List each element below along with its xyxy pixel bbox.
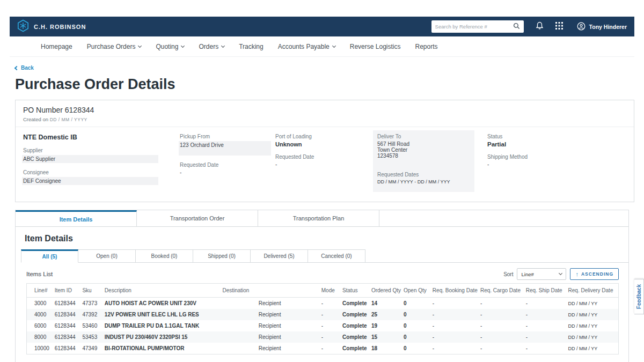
table-row[interactable]: 10000 6128344 47349 BI-ROTATIONAL PUMP/M… [27,343,618,354]
col-destination: Destination [220,284,319,298]
menu-accounts-payable[interactable]: Accounts Payable [278,43,335,50]
col-mode: Mode [319,284,340,298]
tab-transportation-order[interactable]: Transportation Order [137,210,258,226]
menu-label: Reports [415,43,438,50]
port-of-loading-value: Unknown [275,141,377,147]
menu-label: Quoting [156,43,178,50]
reference-search[interactable] [431,20,524,33]
table-row[interactable]: 3000 6128344 47373 AUTO HOIST AC POWER U… [27,298,618,309]
deliver-to-line2: Town Center [377,147,470,153]
app-frame: C.H. ROBINSON [10,17,634,362]
pol-requested-date-value: - [275,161,377,167]
pickup-from-value: 123 Orchard Drive [179,141,271,156]
col-req-cargo-date: Req. Cargo Date [478,284,524,298]
tab-item-details[interactable]: Item Details [16,210,137,226]
chevron-down-icon [332,43,336,47]
menu-label: Accounts Payable [278,43,330,50]
col-req-booking-date: Req. Booking Date [430,284,478,298]
user-avatar-icon [577,22,586,32]
shipping-method-value: - [487,161,626,167]
feedback-tab[interactable]: Feedback [634,279,644,314]
table-row[interactable]: 8000 6128344 53453 INDUST PU 230/460V 23… [27,331,618,343]
menu-label: Purchase Orders [87,43,136,50]
requested-dates-value: DD / MM / YYYY - DD / MM / YYY [377,179,470,184]
brand-logo[interactable]: C.H. ROBINSON [17,19,86,34]
chr-hexagon-logo-icon [17,19,29,34]
status-label: Status [487,134,626,139]
supplier-label: Supplier [23,147,180,153]
chevron-down-icon [221,43,225,47]
section-title: Item Details [25,234,628,243]
sort-select[interactable]: Line# [517,268,566,280]
sort-label: Sort [503,271,513,277]
main-menu: Homepage Purchase Orders Quoting Orders … [10,36,634,57]
created-date: DD / MM / YYYY [50,117,87,122]
menu-reverse-logistics[interactable]: Reverse Logistics [350,43,401,50]
subtab-delivered[interactable]: Delivered (5) [251,249,308,263]
requested-dates-label: Requested Dates [377,172,470,178]
main-tabs: Item Details Transportation Order Transp… [16,210,628,227]
deliver-to-label: Deliver To [377,134,470,139]
top-navbar: C.H. ROBINSON [10,17,634,36]
menu-orders[interactable]: Orders [199,43,224,50]
table-header-row: Line# Item ID Sku Description Destinatio… [27,284,618,298]
col-ordered-qty: Ordered Qty [369,284,401,298]
menu-label: Homepage [41,43,72,50]
port-of-loading-label: Port of Loading [275,134,377,139]
subtab-shipped[interactable]: Shipped (0) [193,249,251,263]
items-list-title: Items List [26,271,53,277]
user-menu[interactable]: Tony Hinderer [577,22,627,32]
sort-direction-button[interactable]: ↑ ASCENDING [570,268,619,280]
pickup-requested-date-value: - [180,169,275,175]
search-icon[interactable] [513,22,520,32]
deliver-to-line3: 1234578 [377,153,470,159]
menu-homepage[interactable]: Homepage [41,43,72,50]
po-summary-card: PO Number 6128344 Created on DD / MM / Y… [15,100,634,202]
menu-reports[interactable]: Reports [415,43,438,50]
back-link[interactable]: Back [15,65,634,71]
sort-direction-label: ASCENDING [581,271,613,277]
status-subtabs: All (5) Open (0) Booked (0) Shipped (0) … [21,249,628,263]
menu-label: Orders [199,43,218,50]
chevron-left-icon [14,65,19,70]
col-status: Status [340,284,369,298]
back-label: Back [21,65,34,71]
supplier-value: ABC Supplier [22,155,158,163]
notifications-bell-icon[interactable] [536,21,544,32]
items-table: Line# Item ID Sku Description Destinatio… [26,283,619,354]
status-value: Partial [487,141,626,147]
pickup-requested-date-label: Requested Date [180,162,275,168]
table-row[interactable]: 6000 6128344 53460 DUMP TRAILER PU DA 1.… [27,320,618,331]
menu-label: Tracking [239,43,264,50]
chevron-down-icon [181,43,185,47]
menu-purchase-orders[interactable]: Purchase Orders [87,43,142,50]
brand-name: C.H. ROBINSON [34,24,86,30]
col-req-ship-date: Req. Ship Date [524,284,566,298]
subtab-open[interactable]: Open (0) [78,249,136,263]
col-line: Line# [27,284,53,298]
subtab-booked[interactable]: Booked (0) [136,249,193,263]
chevron-down-icon [138,43,142,47]
details-tabs-card: Item Details Transportation Order Transp… [15,210,629,362]
menu-tracking[interactable]: Tracking [239,43,264,50]
subtab-all[interactable]: All (5) [21,249,78,263]
search-input[interactable] [435,24,513,29]
chevron-down-icon [559,271,562,275]
apps-grid-icon[interactable] [555,22,563,32]
table-row[interactable]: 4000 6128344 47392 12V POWER UNIT ELEC L… [27,309,618,320]
col-item-id: Item ID [53,284,80,298]
menu-quoting[interactable]: Quoting [156,43,184,50]
consignee-value: DEF Consignee [22,177,158,185]
order-type: NTE Domestic IB [23,134,180,141]
deliver-to-line1: 567 Hill Road [377,141,470,147]
col-sku: Sku [80,284,102,298]
created-on: Created on DD / MM / YYYY [23,116,626,122]
col-req-delivery-date: Req. Delivery Date [566,284,618,298]
consignee-label: Consignee [23,169,180,175]
pol-requested-date-label: Requested Date [275,154,377,160]
arrow-up-icon: ↑ [575,271,579,277]
user-name: Tony Hinderer [589,24,627,30]
tab-transportation-plan[interactable]: Transportation Plan [258,210,379,226]
subtab-canceled[interactable]: Canceled (0) [308,249,365,263]
shipping-method-label: Shipping Method [487,154,626,160]
